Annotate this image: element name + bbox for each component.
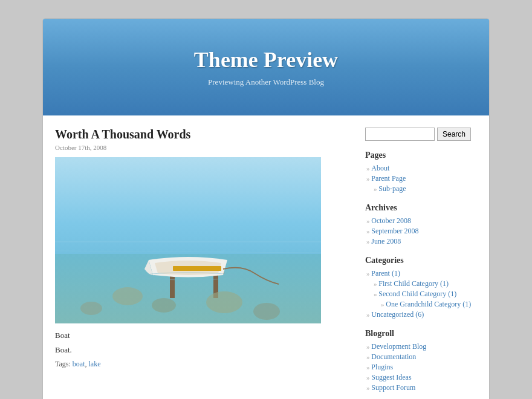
- archive-sep2008: September 2008: [365, 227, 477, 236]
- category-first-child: First Child Category (1): [365, 279, 477, 288]
- category-second-child: Second Child Category (1): [365, 290, 477, 299]
- post-tags: Tags: boat, lake: [55, 360, 353, 369]
- svg-point-10: [152, 298, 176, 313]
- archive-oct2008: October 2008: [365, 216, 477, 225]
- category-uncategorized: Uncategorized (6): [365, 310, 477, 319]
- category-parent: Parent (1): [365, 269, 477, 278]
- blogroll-list: Development Blog Documentation Plugins S…: [365, 342, 477, 392]
- post-image: [55, 157, 321, 323]
- search-input[interactable]: [365, 128, 435, 141]
- blogroll-title: Blogroll: [365, 329, 477, 339]
- tag-lake[interactable]: lake: [89, 360, 101, 368]
- blogroll-section: Blogroll Development Blog Documentation …: [365, 329, 477, 392]
- site-subtitle: Previewing Another WordPress Blog: [208, 77, 324, 87]
- svg-point-12: [253, 303, 280, 320]
- pages-section: Pages About Parent Page Sub-page: [365, 151, 477, 193]
- categories-section: Categories Parent (1) First Child Catego…: [365, 256, 477, 319]
- pages-list: About Parent Page Sub-page: [365, 164, 477, 193]
- post-date: October 17th, 2008: [55, 144, 353, 151]
- page-subpage: Sub-page: [365, 184, 477, 193]
- archive-jun2008: June 2008: [365, 237, 477, 246]
- search-form: Search: [365, 128, 477, 141]
- blogroll-suggest: Suggest Ideas: [365, 373, 477, 382]
- blogroll-plugins: Plugins: [365, 363, 477, 372]
- page-parent: Parent Page: [365, 174, 477, 183]
- categories-list: Parent (1) First Child Category (1) Seco…: [365, 269, 477, 319]
- blogroll-docs: Documentation: [365, 352, 477, 362]
- blogroll-support: Support Forum: [365, 383, 477, 392]
- categories-title: Categories: [365, 256, 477, 265]
- svg-rect-5: [170, 274, 175, 298]
- category-grandchild: One Grandchild Category (1): [365, 300, 477, 309]
- svg-point-13: [80, 302, 102, 315]
- post-title: Worth A Thousand Words: [55, 128, 353, 141]
- site-title: Theme Preview: [194, 47, 338, 73]
- pages-title: Pages: [365, 151, 477, 160]
- tag-boat[interactable]: boat: [73, 360, 85, 368]
- post-body-1: Boat: [55, 331, 353, 340]
- search-button[interactable]: Search: [437, 128, 471, 141]
- post-body-2: Boat.: [55, 345, 353, 355]
- archives-title: Archives: [365, 203, 477, 213]
- svg-point-9: [112, 287, 143, 305]
- svg-rect-7: [173, 266, 221, 271]
- svg-point-11: [206, 291, 242, 313]
- archives-list: October 2008 September 2008 June 2008: [365, 216, 477, 246]
- blogroll-dev: Development Blog: [365, 342, 477, 351]
- page-about: About: [365, 164, 477, 173]
- archives-section: Archives October 2008 September 2008 Jun…: [365, 203, 477, 246]
